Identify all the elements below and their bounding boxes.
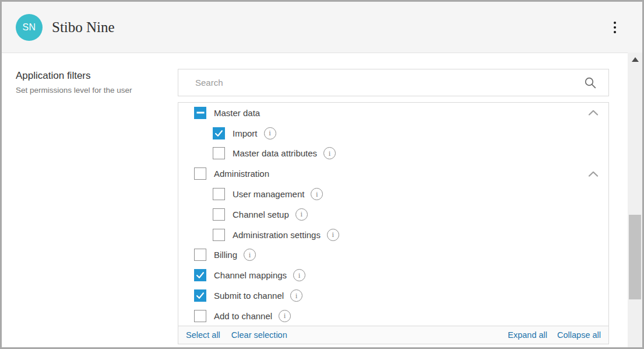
footer-left-actions: Select all Clear selection [186, 330, 287, 340]
info-icon[interactable]: i [244, 249, 256, 261]
tree-row-label: Import [233, 128, 258, 138]
tree-row-label: Billing [214, 250, 237, 260]
checkbox[interactable] [213, 147, 225, 159]
tree-row-user-management[interactable]: User management i [178, 184, 608, 204]
avatar-initials: SN [22, 22, 36, 33]
kebab-dot [614, 26, 617, 29]
tree-row-channel-setup[interactable]: Channel setup i [178, 204, 608, 225]
tree-row-label: Submit to channel [214, 291, 284, 301]
info-icon[interactable]: i [323, 147, 336, 159]
tree-row-master-data-attributes[interactable]: Master data attributes i [178, 144, 608, 164]
tree-row-billing[interactable]: Billing i [178, 245, 608, 266]
tree-row-label: Add to channel [214, 311, 272, 321]
search-icon[interactable] [584, 76, 597, 89]
tree-row-import[interactable]: Import i [178, 123, 608, 144]
filters-subtitle: Set permissions level for the user [16, 86, 167, 95]
tree-row-channel-mappings[interactable]: Channel mappings i [178, 265, 608, 285]
vertical-scrollbar[interactable] [628, 53, 642, 347]
checkbox[interactable] [213, 229, 225, 241]
tree-row-label: Channel mappings [214, 270, 287, 280]
tree-row-submit-to-channel[interactable]: Submit to channel i [178, 285, 608, 306]
expand-all-link[interactable]: Expand all [508, 330, 547, 340]
info-icon[interactable]: i [290, 289, 302, 302]
check-icon [195, 270, 206, 281]
checkbox[interactable] [194, 289, 206, 302]
checkbox[interactable] [194, 249, 206, 261]
triangle-up-icon [632, 57, 639, 62]
permissions-tree-panel: Master data Import i Master data attribu… [178, 102, 609, 344]
select-all-link[interactable]: Select all [186, 330, 220, 340]
more-options-button[interactable] [607, 18, 623, 37]
checkbox[interactable] [194, 167, 206, 180]
page-title: Stibo Nine [52, 2, 115, 53]
checkbox[interactable] [194, 107, 206, 119]
collapse-all-link[interactable]: Collapse all [557, 330, 601, 340]
scrollbar-thumb[interactable] [629, 215, 641, 299]
info-icon[interactable]: i [279, 310, 291, 322]
checkbox[interactable] [213, 208, 225, 221]
tree-row-administration-settings[interactable]: Administration settings i [178, 225, 608, 245]
tree-row-administration[interactable]: Administration [178, 163, 608, 184]
tree-row-master-data[interactable]: Master data [178, 103, 608, 123]
kebab-dot [614, 31, 617, 34]
checkbox[interactable] [194, 269, 206, 281]
tree-row-label: User management [233, 189, 304, 199]
info-icon[interactable]: i [295, 208, 308, 221]
check-icon [213, 128, 224, 139]
indeterminate-mark [196, 112, 204, 114]
scroll-up-button[interactable] [628, 53, 642, 67]
search-input[interactable] [178, 69, 608, 96]
tree-row-label: Master data [214, 108, 260, 118]
footer-right-actions: Expand all Collapse all [508, 330, 601, 340]
info-icon[interactable]: i [264, 127, 276, 139]
filters-title: Application filters [16, 70, 167, 82]
kebab-dot [614, 22, 617, 25]
dialog-header: SN Stibo Nine [2, 2, 642, 53]
clear-selection-link[interactable]: Clear selection [231, 330, 287, 340]
checkbox[interactable] [213, 127, 225, 139]
search-box [178, 69, 609, 96]
tree-row-add-to-channel[interactable]: Add to channel i [178, 306, 608, 326]
tree-row-label: Master data attributes [233, 148, 317, 158]
check-icon [195, 290, 206, 301]
tree-row-label: Channel setup [233, 210, 289, 219]
avatar: SN [16, 14, 43, 41]
info-icon[interactable]: i [327, 229, 339, 241]
checkbox[interactable] [213, 188, 225, 200]
checkbox[interactable] [194, 310, 206, 322]
tree-footer: Select all Clear selection Expand all Co… [178, 326, 608, 344]
tree-list: Master data Import i Master data attribu… [178, 103, 608, 326]
chevron-up-icon[interactable] [588, 109, 599, 116]
tree-row-label: Administration settings [233, 230, 321, 240]
tree-row-label: Administration [214, 169, 269, 179]
chevron-up-icon[interactable] [588, 170, 599, 177]
permissions-dialog: SN Stibo Nine Application filters Set pe… [0, 0, 644, 349]
info-icon[interactable]: i [293, 269, 305, 281]
filters-description: Application filters Set permissions leve… [16, 70, 167, 95]
info-icon[interactable]: i [311, 188, 323, 200]
